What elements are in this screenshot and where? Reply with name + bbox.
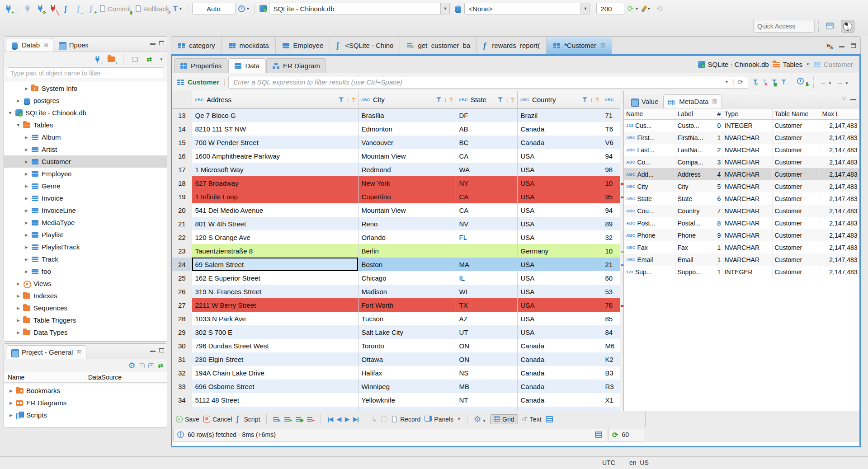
commit-mode-combo[interactable]: Auto [192, 3, 236, 14]
row-number[interactable]: 15 [172, 136, 192, 149]
meta-max-length[interactable]: 2,147,483 [820, 205, 859, 217]
filter-history-dropdown-icon[interactable]: ▼ [725, 80, 729, 84]
tree-item-tables[interactable]: ▼Tables [4, 119, 167, 131]
meta-label[interactable]: LastNa... [675, 144, 715, 156]
row-number[interactable]: 28 [172, 312, 192, 325]
meta-table-name[interactable]: Customer [772, 241, 820, 253]
cell-address[interactable]: Tauentzienstraße 8 [192, 244, 358, 258]
cell-postalcode[interactable]: X1 [602, 393, 620, 407]
custom-filter-icon[interactable] [781, 78, 786, 86]
filter-funnel-icon[interactable] [339, 97, 344, 102]
meta-name[interactable]: 123Cus... [624, 119, 675, 131]
row-number[interactable]: 20 [172, 203, 192, 217]
tree-item-customer[interactable]: ▶Customer [4, 155, 167, 168]
tree-item-album[interactable]: ▶Album [4, 131, 167, 143]
cell-address[interactable]: 5112 48 Street [192, 393, 358, 407]
expand-arrow-icon[interactable]: ▶ [16, 294, 21, 298]
editor-tab-get-customer-ba[interactable]: get_customer_ba [400, 37, 477, 54]
fetch-next-icon[interactable]: →▼ [836, 78, 849, 86]
fetch-previous-icon[interactable]: ←▼ [820, 78, 832, 86]
text-view-button[interactable]: ‹T Text [522, 416, 542, 423]
row-number[interactable]: 18 [172, 176, 192, 190]
navigator-filter-input[interactable]: Type part of object name to filter [7, 67, 164, 79]
new-connection-icon[interactable]: + [92, 53, 103, 65]
meta-type[interactable]: NVARCHAR [722, 156, 772, 168]
meta-name[interactable]: ABCCity [624, 180, 675, 192]
new-sql-script-icon[interactable]: ∫+ [85, 3, 96, 14]
cell-city[interactable]: Toronto [358, 339, 456, 352]
cell-address[interactable]: 696 Osborne Street [192, 380, 358, 393]
meta-name[interactable]: ABCPhone [624, 229, 675, 241]
cell-state[interactable]: NT [456, 393, 517, 407]
reconnect-icon[interactable]: ⟳ [35, 3, 46, 14]
project-item-bookmarks[interactable]: ▶Bookmarks [4, 385, 167, 397]
minimize-icon[interactable] [150, 41, 156, 45]
meta-label[interactable]: Compa... [675, 156, 715, 168]
cell-state[interactable]: ON [456, 339, 517, 352]
dbeaver-perspective-icon[interactable] [841, 20, 854, 33]
breadcrumb-customer[interactable]: Customer [813, 61, 853, 68]
cell-city[interactable]: Salt Lake City [358, 325, 456, 339]
tree-item-employee[interactable]: ▶Employee [4, 168, 167, 180]
cell-state[interactable]: MB [456, 380, 517, 393]
cell-state[interactable]: NS [456, 366, 517, 380]
column-header-state[interactable]: ABCState↕? [456, 91, 517, 108]
cell-address[interactable]: 1 Microsoft Way [192, 163, 358, 176]
meta-label[interactable]: Country [675, 205, 715, 217]
script-button[interactable]: ∫ Script [236, 416, 260, 423]
meta-label[interactable]: Email [675, 253, 715, 266]
meta-name[interactable]: ABCFirst... [624, 131, 675, 144]
collapse-all-icon[interactable]: − [139, 363, 145, 368]
meta-max-length[interactable]: 2,147,483 [820, 168, 859, 180]
next-row-icon[interactable]: ▶ [345, 416, 349, 422]
collapse-arrow-icon[interactable]: ▼ [16, 123, 21, 127]
cell-country[interactable]: Canada [517, 393, 602, 407]
cell-address[interactable]: 2211 W Berry Street [192, 298, 358, 312]
tree-item-genre[interactable]: ▶Genre [4, 180, 167, 192]
cell-state[interactable]: FL [456, 230, 517, 244]
sort-icon[interactable]: ↕ [590, 97, 593, 103]
meta-table-name[interactable]: Customer [772, 156, 820, 168]
meta-max-length[interactable]: 2,147,483 [820, 180, 859, 192]
meta-label[interactable]: Postal... [675, 217, 715, 229]
cell-address[interactable]: Qe 7 Bloco G [192, 108, 358, 122]
metadata-column-type[interactable]: Type [722, 108, 772, 119]
meta-label[interactable]: State [675, 192, 715, 205]
column-header-partial[interactable]: ABC [602, 91, 620, 108]
meta-max-length[interactable]: 2,147,483 [820, 253, 859, 266]
cell-address[interactable]: 796 Dundas Street West [192, 339, 358, 352]
tree-item-playlisttrack[interactable]: ▶PlaylistTrack [4, 241, 167, 253]
breadcrumb-tables[interactable]: Tables ▼ [773, 61, 810, 68]
cell-country[interactable]: Canada [517, 352, 602, 366]
editor-tab-category[interactable]: category [171, 37, 222, 54]
cell-city[interactable]: Winnipeg [358, 380, 456, 393]
cell-state[interactable]: NY [456, 176, 517, 190]
editor-tab-customer[interactable]: *Customer☒ [547, 37, 612, 54]
cell-city[interactable]: Brasília [358, 108, 456, 122]
cell-state[interactable]: NV [456, 217, 517, 230]
meta-name[interactable]: 123Sup... [624, 266, 675, 278]
filter-funnel-icon[interactable] [436, 97, 441, 102]
meta-type[interactable]: NVARCHAR [722, 144, 772, 156]
refresh-icon[interactable]: ⟳▼ [626, 3, 639, 14]
meta-type[interactable]: INTEGER [722, 266, 772, 278]
meta-max-length[interactable]: 2,147,483 [820, 144, 859, 156]
tab-data[interactable]: Data [228, 58, 265, 73]
expand-arrow-icon[interactable]: ▶ [24, 233, 29, 237]
row-number[interactable]: 30 [172, 339, 192, 352]
cell-state[interactable]: WA [456, 163, 517, 176]
cell-postalcode[interactable]: T6 [602, 122, 620, 136]
new-folder-icon[interactable]: + [106, 53, 117, 65]
cell-country[interactable]: USA [517, 312, 602, 325]
cell-postalcode[interactable]: 10 [602, 244, 620, 258]
project-item-er-diagrams[interactable]: ▶ER Diagrams [4, 397, 167, 409]
cell-city[interactable]: Yellowknife [358, 393, 456, 407]
cell-postalcode[interactable]: 85 [602, 312, 620, 325]
cell-address[interactable]: 1600 Amphitheatre Parkway [192, 149, 358, 163]
project-item-scripts[interactable]: ▶Scripts [4, 409, 167, 421]
cell-address[interactable]: 162 E Superior Street [192, 271, 358, 285]
cell-country[interactable]: USA [517, 190, 602, 203]
tab-metadata[interactable]: MetaData ☒ [663, 94, 722, 108]
row-number[interactable]: 33 [172, 380, 192, 393]
cell-address[interactable]: 8210 111 ST NW [192, 122, 358, 136]
